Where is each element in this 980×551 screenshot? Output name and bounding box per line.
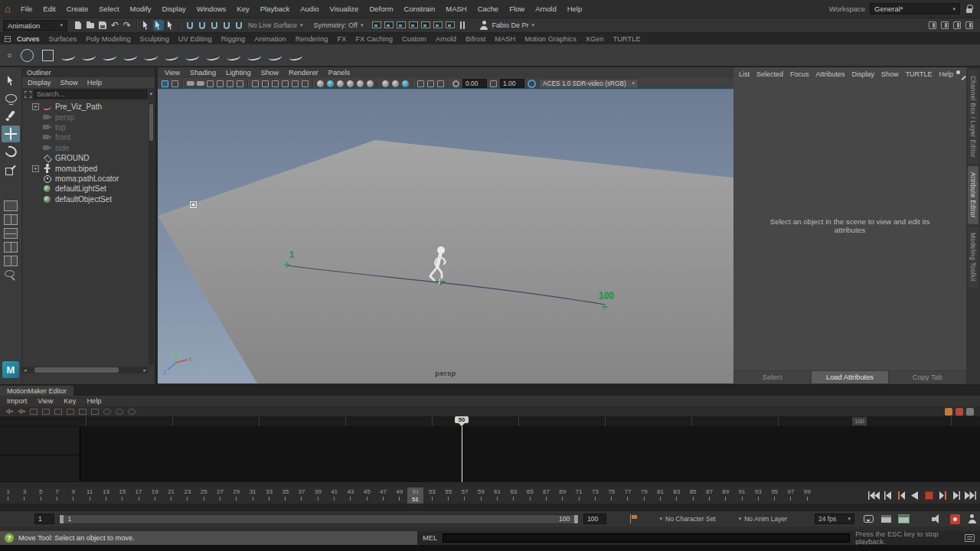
next-key-button[interactable] — [936, 489, 949, 502]
separator[interactable] — [134, 20, 139, 31]
viewport-grid-icon[interactable] — [170, 79, 180, 89]
expand-toggle-icon[interactable] — [32, 103, 39, 110]
textured-icon[interactable] — [335, 79, 345, 89]
separator[interactable] — [410, 79, 416, 89]
attribute-editor-menu-item[interactable]: Attributes — [816, 70, 845, 78]
outliner-item[interactable]: side — [22, 143, 155, 153]
playblast-icon[interactable] — [881, 515, 891, 523]
playhead-line[interactable] — [462, 426, 462, 482]
smooth-shade-icon[interactable] — [325, 79, 335, 89]
graph-editor-icon[interactable] — [371, 20, 382, 31]
render-settings-icon[interactable] — [433, 20, 443, 31]
play-backwards-button[interactable] — [908, 489, 922, 502]
character-set-icon[interactable] — [629, 514, 637, 523]
safe-title-icon[interactable] — [300, 79, 310, 89]
range-start-handle[interactable] — [60, 515, 64, 523]
shelf-tab[interactable]: FX Caching — [351, 35, 397, 43]
separator[interactable] — [375, 79, 381, 89]
speaker-icon[interactable] — [932, 514, 942, 523]
mm-ghost-after-icon[interactable] — [77, 407, 88, 416]
attach-curve-icon[interactable] — [183, 46, 202, 64]
mm-clip-split-icon[interactable] — [53, 407, 64, 416]
viewport-menu-item[interactable]: View — [165, 69, 180, 77]
shelf-tab[interactable]: Custom — [397, 35, 431, 43]
snap-plane-icon[interactable] — [221, 20, 232, 31]
timeline-marker-pin[interactable]: 50 — [455, 416, 469, 423]
mm-clip-add-icon[interactable] — [41, 407, 51, 416]
menu-item[interactable]: Key — [231, 5, 254, 13]
shelf-tab[interactable]: Surfaces — [44, 35, 81, 43]
new-scene-icon[interactable] — [73, 20, 83, 31]
anim-layer-dropdown[interactable]: No Anim Layer — [739, 515, 787, 523]
open-scene-icon[interactable] — [85, 20, 96, 31]
gate-mask-icon[interactable] — [270, 79, 280, 89]
resolution-gate-icon[interactable] — [260, 79, 270, 89]
hypershade-icon[interactable] — [408, 20, 419, 31]
select-object-icon[interactable] — [141, 20, 152, 31]
camera-attributes-icon[interactable] — [195, 79, 205, 89]
shelf-tab[interactable]: FX — [333, 35, 351, 43]
undo-icon[interactable] — [109, 20, 120, 31]
separator[interactable] — [310, 79, 315, 89]
save-scene-icon[interactable] — [97, 20, 108, 31]
shelf-tab[interactable]: Animation — [250, 35, 290, 43]
motionmaker-menu-item[interactable]: View — [38, 397, 53, 405]
attribute-editor-menu-item[interactable]: Display — [852, 70, 875, 78]
shelf-tab[interactable]: Rigging — [217, 35, 250, 43]
paste-view-icon[interactable] — [426, 79, 436, 89]
outliner-item[interactable]: defaultLightSet — [22, 184, 155, 194]
attribute-editor-menu-item[interactable]: Show — [881, 70, 899, 78]
mm-prev-icon[interactable] — [4, 407, 15, 416]
menu-item[interactable]: File — [15, 5, 38, 13]
toggle-outliner-icon[interactable] — [964, 20, 975, 31]
separator[interactable] — [245, 79, 250, 89]
layout-four-pane[interactable] — [3, 241, 18, 253]
cv-curve-icon[interactable] — [59, 46, 78, 64]
bezier-curve-icon[interactable] — [121, 46, 140, 64]
range-slider[interactable]: 1 100 — [59, 514, 580, 524]
dope-sheet-icon[interactable] — [384, 20, 394, 31]
shelf-tab[interactable]: UV Editing — [174, 35, 217, 43]
tab-modeling-toolkit[interactable]: Modeling Toolkit — [968, 227, 978, 288]
layout-single-pane[interactable] — [3, 200, 18, 212]
exposure-field[interactable]: 0.00 — [462, 79, 487, 88]
animation-preferences-icon[interactable] — [968, 514, 977, 524]
shelf-tab[interactable]: Bifrost — [461, 35, 490, 43]
menu-item[interactable]: Modify — [125, 5, 157, 13]
mm-record-icon[interactable] — [956, 408, 963, 416]
layout-outliner-persp[interactable] — [3, 255, 18, 267]
xray-icon[interactable] — [390, 79, 400, 89]
detach-curve-icon[interactable] — [204, 46, 223, 64]
outliner-item[interactable]: moma:biped — [22, 163, 155, 173]
uv-editor-icon[interactable] — [396, 20, 407, 31]
shelf-tab[interactable]: Motion Graphics — [520, 35, 581, 43]
menu-item[interactable]: Constrain — [399, 5, 441, 13]
film-gate-icon[interactable] — [250, 79, 260, 89]
layout-zoom[interactable] — [3, 269, 18, 281]
snap-curve-icon[interactable] — [197, 20, 207, 31]
bookmark-icon[interactable] — [205, 79, 215, 89]
viewport-menu-item[interactable]: Show — [261, 69, 279, 77]
chevron-down-icon[interactable] — [149, 91, 152, 97]
lock-icon[interactable] — [965, 4, 974, 14]
motionmaker-track-header[interactable] — [0, 427, 80, 481]
wireframe-icon[interactable] — [315, 79, 325, 89]
select-hierarchy-icon[interactable] — [165, 20, 176, 31]
live-surface-label[interactable]: No Live Surface — [248, 21, 297, 29]
viewport-menu-item[interactable]: Shading — [190, 69, 216, 77]
outliner-item[interactable]: defaultObjectSet — [22, 194, 155, 204]
pin-icon[interactable] — [960, 70, 961, 78]
workspace-dropdown[interactable]: General* — [870, 3, 960, 15]
time-slider[interactable]: 51 1 3 5 — [0, 487, 865, 504]
mm-mute-icon[interactable] — [945, 408, 952, 416]
previous-key-button[interactable] — [894, 489, 908, 502]
script-editor-icon[interactable] — [965, 534, 975, 542]
menu-item[interactable]: Flow — [504, 5, 530, 13]
camera-icon[interactable] — [185, 79, 195, 89]
insert-knot-icon[interactable] — [245, 46, 264, 64]
shelf-tab[interactable]: Poly Modeling — [81, 35, 135, 43]
motionmaker-menu-item[interactable]: Key — [64, 397, 76, 405]
attribute-editor-menu-item[interactable]: Selected — [756, 70, 783, 78]
paint-select-tool[interactable] — [2, 108, 20, 125]
ep-curve-icon[interactable] — [100, 46, 119, 64]
